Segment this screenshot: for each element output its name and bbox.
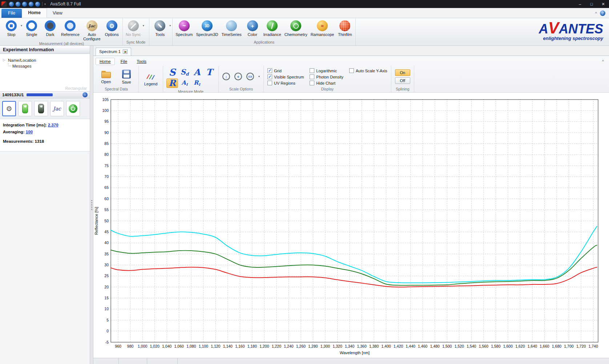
- maximize-button[interactable]: □: [586, 0, 597, 8]
- splining-on-button[interactable]: On: [395, 69, 410, 76]
- dropdown-caret-icon[interactable]: ▾: [169, 24, 171, 27]
- collapse-doc-ribbon-icon[interactable]: ^: [602, 59, 607, 64]
- scale-dropdown-caret-icon[interactable]: ▾: [258, 75, 260, 78]
- measure-mode-ri-button[interactable]: RI: [194, 80, 200, 86]
- checkbox-hide-chart[interactable]: Hide Chart: [310, 81, 343, 85]
- x-tick-label: 980: [127, 344, 134, 348]
- quick-access-5-icon[interactable]: [35, 1, 40, 7]
- y-tick-label: 60: [104, 197, 109, 201]
- ribbon-tab-file[interactable]: File: [1, 9, 22, 18]
- checkbox-grid[interactable]: ✓Grid: [267, 68, 304, 73]
- checkbox-box-icon: ✓: [267, 68, 272, 73]
- device-power-button[interactable]: [66, 101, 80, 116]
- ribbon-button-options[interactable]: ⚙Options: [103, 19, 121, 37]
- ribbon-button-single[interactable]: Single: [23, 19, 41, 37]
- ribbon-button-ramanscope[interactable]: ≈Ramanscope: [309, 19, 336, 37]
- quick-access-3-icon[interactable]: [22, 1, 27, 7]
- zoom-region-icon[interactable]: ▭: [246, 73, 254, 80]
- ribbon-tab-home[interactable]: Home: [22, 8, 47, 18]
- device-settings-button[interactable]: ⚙: [2, 101, 16, 116]
- spectrum-tab[interactable]: Spectrum 1: [96, 48, 131, 56]
- measure-mode-s-button[interactable]: S: [169, 68, 176, 77]
- status-bar: [93, 358, 609, 364]
- checkbox-logarithmic[interactable]: Logarithmic: [310, 68, 343, 73]
- lamp-off-button[interactable]: [34, 101, 48, 116]
- ribbon-tab-view[interactable]: View: [47, 9, 68, 18]
- zoom-vertical-icon[interactable]: ↕: [222, 73, 230, 80]
- chemometry-icon: [290, 20, 301, 31]
- measure-mode-a-button[interactable]: A: [194, 68, 201, 77]
- save-button[interactable]: Save: [118, 69, 135, 84]
- ribbon-button-timeseries[interactable]: TimeSeries: [220, 19, 243, 37]
- checkbox-auto-scale-y-axis[interactable]: Auto Scale Y-Axis: [349, 68, 387, 73]
- quick-access-dropdown-icon[interactable]: ▾: [44, 3, 46, 6]
- integration-time-label: Integration Time [ms]:: [3, 123, 47, 127]
- minimize-button[interactable]: –: [574, 0, 586, 8]
- checkbox-box-icon: [310, 81, 314, 85]
- ribbon-button-spectrum3d[interactable]: 3DSpectrum3D: [194, 19, 219, 37]
- x-tick-label: 1,300: [320, 344, 330, 348]
- dropdown-caret-icon[interactable]: ▾: [21, 24, 22, 27]
- ribbon-group-label: Applications: [174, 40, 354, 45]
- tab-chart-icon[interactable]: [123, 49, 128, 54]
- dropdown-caret-icon[interactable]: ▾: [143, 24, 144, 27]
- ribbon-button-color[interactable]: +Color: [243, 19, 262, 37]
- ribbon-button-chemometry[interactable]: Chemometry: [283, 19, 309, 37]
- ribbon-button-reference[interactable]: Reference: [60, 19, 81, 37]
- color-icon: +: [247, 20, 258, 31]
- doc-tab-file[interactable]: File: [117, 58, 131, 65]
- experiment-info-header: Experiment Information: [0, 46, 90, 54]
- quick-access-4-icon[interactable]: [28, 1, 34, 7]
- x-tick-label: 1,620: [515, 344, 525, 348]
- splining-off-button[interactable]: Off: [395, 77, 410, 84]
- tree-item-messages[interactable]: Messages: [7, 63, 88, 69]
- measure-mode-ai-button[interactable]: AI: [182, 80, 188, 86]
- ribbon-button-irradiance[interactable]: Irradiance: [262, 19, 283, 37]
- status-segment-2: [119, 358, 147, 364]
- ribbon-button-dark[interactable]: Dark: [41, 19, 59, 37]
- x-tick-label: 1,240: [284, 344, 293, 348]
- collapse-device-button[interactable]: –: [82, 92, 88, 97]
- ribbon-button-tools[interactable]: Tools: [151, 19, 169, 37]
- tools-icon: [154, 20, 165, 31]
- quick-access-2-icon[interactable]: [15, 1, 21, 7]
- measure-mode-sd-button[interactable]: Sd: [181, 68, 189, 76]
- sidebar-splitter[interactable]: [90, 46, 93, 364]
- checkbox-photon-density[interactable]: Photon Density: [310, 74, 343, 79]
- y-tick-label: 50: [104, 219, 109, 223]
- document-frame: Home File Tools ^ Open: [93, 56, 609, 364]
- checkbox-uv-regions[interactable]: UV Regions: [267, 81, 304, 85]
- zoom-in-icon[interactable]: +: [234, 73, 242, 80]
- checkbox-visible-spectrum[interactable]: ✓Visible Spectrum: [267, 74, 304, 79]
- ribbon-button-no-sync[interactable]: No Sync: [124, 19, 142, 37]
- quick-access-1-icon[interactable]: [9, 1, 14, 7]
- ribbon-button-stop[interactable]: Stop: [2, 19, 20, 37]
- measure-mode-t-button[interactable]: T: [206, 68, 213, 77]
- ribbon-button-thinfilm[interactable]: Thinfilm: [336, 19, 354, 37]
- jac-button[interactable]: Jac: [50, 101, 64, 116]
- ribbon-button-auto-configure[interactable]: JacAuto Configure: [81, 19, 102, 41]
- doc-tab-home[interactable]: Home: [96, 58, 115, 65]
- ribbon-button-spectrum[interactable]: ~Spectrum: [174, 19, 194, 37]
- y-tick-label: 55: [104, 207, 109, 212]
- open-button[interactable]: Open: [98, 69, 114, 84]
- averaging-value[interactable]: 100: [26, 130, 33, 134]
- minimize-ribbon-icon[interactable]: ^: [595, 11, 597, 16]
- x-tick-label: 1,220: [272, 344, 281, 348]
- legend-button[interactable]: Legend: [142, 72, 159, 86]
- integration-time-value[interactable]: 2.370: [48, 123, 59, 127]
- lamp-on-button[interactable]: [18, 101, 32, 116]
- expand-arrow-icon[interactable]: ▷: [3, 58, 5, 62]
- tree-item-name-location[interactable]: ▷Name/Location: [2, 57, 88, 63]
- document-tabstrip: Spectrum 1: [93, 46, 609, 56]
- spectrum-chart[interactable]: 9609801,0001,0201,0401,0601,0801,1001,12…: [93, 93, 609, 358]
- x-tick-label: 1,020: [150, 344, 160, 348]
- autoconf-icon: Jac: [86, 20, 97, 31]
- doc-tab-tools[interactable]: Tools: [133, 58, 150, 65]
- y-tick-label: 25: [104, 274, 109, 278]
- close-button[interactable]: ✕: [597, 0, 609, 8]
- status-segment-1: [93, 358, 119, 364]
- help-icon[interactable]: ?: [600, 11, 605, 16]
- document-area: Spectrum 1 Home File Tools ^: [93, 46, 609, 364]
- measure-mode-r-button[interactable]: R: [166, 78, 178, 88]
